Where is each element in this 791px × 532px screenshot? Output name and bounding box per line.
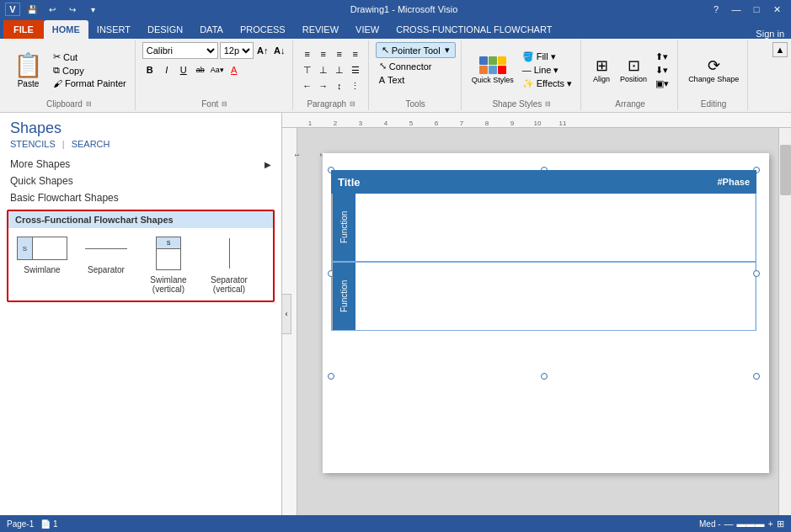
align-button[interactable]: ⊞ Align <box>588 42 615 98</box>
font-size-select[interactable]: 12pt <box>220 42 254 59</box>
zoom-increase-btn[interactable]: + <box>768 519 773 529</box>
underline-btn[interactable]: U <box>176 62 191 77</box>
collapse-ribbon-btn[interactable]: ▲ <box>772 40 788 110</box>
handle-bottom-right[interactable] <box>753 373 760 380</box>
clipboard-label: Clipboard ⊟ <box>8 98 130 109</box>
ribbon-group-arrange: ⊞ Align ⊡ Position ⬆▾ ⬇▾ ▣▾ Arrange <box>583 40 678 110</box>
strikethrough-btn[interactable]: ab <box>193 62 208 77</box>
quick-styles-button[interactable]: Quick Styles <box>468 42 517 98</box>
tab-insert[interactable]: INSERT <box>88 20 139 39</box>
font-color-btn[interactable]: A <box>227 62 242 77</box>
undo-quick-btn[interactable]: ↩ <box>44 2 61 17</box>
row-content-1[interactable] <box>355 194 756 261</box>
main-area: Shapes STENCILS | SEARCH More Shapes ▶ Q… <box>0 113 791 515</box>
tab-view[interactable]: VIEW <box>347 20 387 39</box>
tab-cross-functional[interactable]: CROSS-FUNCTIONAL FLOWCHART <box>387 20 560 39</box>
save-quick-btn[interactable]: 💾 <box>24 2 40 17</box>
handle-bottom-left[interactable] <box>328 373 334 380</box>
tab-file[interactable]: FILE <box>3 20 44 39</box>
pointer-tool-button[interactable]: ↖ Pointer Tool ▾ <box>376 42 456 58</box>
group-btn[interactable]: ▣▾ <box>652 77 672 90</box>
align-bottom-btn[interactable]: ⊥ <box>332 62 347 77</box>
bold-btn[interactable]: B <box>142 62 158 77</box>
customize-quick-btn[interactable]: ▾ <box>84 2 101 17</box>
tab-home[interactable]: HOME <box>44 20 88 39</box>
arrange-col: ⬆▾ ⬇▾ ▣▾ <box>652 51 672 90</box>
swimlane-shape[interactable]: S Swimlane <box>15 235 69 294</box>
pointer-dropdown-icon[interactable]: ▾ <box>445 45 450 56</box>
text-button[interactable]: A Text <box>376 74 409 86</box>
align-center-btn[interactable]: ≡ <box>316 46 331 61</box>
collapse-panel-btn[interactable]: ‹ <box>281 294 291 334</box>
separator-vertical-shape[interactable]: Separator(vertical) <box>204 235 254 294</box>
basic-flowchart-item[interactable]: Basic Flowchart Shapes <box>10 189 271 206</box>
help-btn[interactable]: ? <box>707 2 725 17</box>
tab-review[interactable]: REVIEW <box>294 20 347 39</box>
separator-label: Separator <box>88 265 125 274</box>
stencils-link[interactable]: STENCILS <box>10 139 56 149</box>
align-middle-btn[interactable]: ⊥ <box>316 62 331 77</box>
align-right-btn[interactable]: ≡ <box>332 46 347 61</box>
connector-button[interactable]: ⤡ Connector <box>376 60 436 72</box>
decrease-font-btn[interactable]: A↓ <box>272 43 287 58</box>
handle-mid-right[interactable] <box>753 270 760 277</box>
row-content-2[interactable] <box>355 263 756 330</box>
indent-inc-btn[interactable]: → <box>316 78 331 93</box>
swimlane-vertical-shape[interactable]: S Swimlane(vertical) <box>143 235 194 294</box>
send-backward-btn[interactable]: ⬇▾ <box>652 64 672 77</box>
paragraph-label: Paragraph ⊟ <box>300 98 363 109</box>
maximize-btn[interactable]: □ <box>747 2 766 17</box>
shapes-category: Cross-Functional Flowchart Shapes S Swim… <box>7 210 275 302</box>
increase-font-btn[interactable]: A↑ <box>255 43 270 58</box>
sign-in-link[interactable]: Sign in <box>756 29 784 39</box>
sep-vert-icon-wrapper <box>215 235 243 272</box>
columns-btn[interactable]: ⋮ <box>348 78 363 93</box>
font-row-1: Calibri 12pt A↑ A↓ <box>142 42 287 59</box>
vertical-scrollbar[interactable] <box>778 128 791 515</box>
tab-data[interactable]: DATA <box>191 20 232 39</box>
quick-shapes-item[interactable]: Quick Shapes <box>10 173 271 189</box>
change-case-btn[interactable]: Aa▾ <box>210 62 225 77</box>
close-btn[interactable]: ✕ <box>767 2 786 17</box>
spacing-btn[interactable]: ↕ <box>332 78 347 93</box>
minimize-btn[interactable]: — <box>727 2 746 17</box>
shape-styles-expand-icon[interactable]: ⊟ <box>545 100 551 108</box>
bring-forward-btn[interactable]: ⬆▾ <box>652 51 672 63</box>
align-left-btn[interactable]: ≡ <box>300 46 315 61</box>
copy-button[interactable]: ⧉ Copy <box>50 64 130 77</box>
zoom-slider[interactable]: ▬▬▬ <box>737 519 765 529</box>
separator-shape[interactable]: Separator <box>79 235 133 294</box>
italic-btn[interactable]: I <box>159 62 174 77</box>
handle-bottom-center[interactable] <box>541 373 548 380</box>
scrollbar-thumb[interactable] <box>780 145 791 195</box>
align-top-btn[interactable]: ⊤ <box>300 62 315 77</box>
pointer-icon: ↖ <box>382 45 389 56</box>
cut-button[interactable]: ✂ Cut <box>50 51 130 63</box>
clipboard-expand-icon[interactable]: ⊟ <box>86 100 92 108</box>
bullets-btn[interactable]: ☰ <box>348 62 363 77</box>
zoom-decrease-btn[interactable]: — <box>724 519 734 529</box>
fit-page-btn[interactable]: ⊞ <box>777 519 784 529</box>
tab-design[interactable]: DESIGN <box>139 20 191 39</box>
font-family-select[interactable]: Calibri <box>142 42 218 59</box>
justify-btn[interactable]: ≡ <box>348 46 363 61</box>
ruler-tick-3: 3 <box>348 120 373 127</box>
flowchart-container[interactable]: Title #Phase Function Function <box>331 170 756 376</box>
page-canvas[interactable]: Title #Phase Function Function <box>323 153 769 473</box>
ribbon-group-tools: ↖ Pointer Tool ▾ ⤡ Connector A Text Tool… <box>371 40 462 110</box>
line-button[interactable]: — Line▾ <box>519 64 575 77</box>
paragraph-expand-icon[interactable]: ⊟ <box>350 100 355 108</box>
change-shape-button[interactable]: ⟳ Change Shape <box>685 42 742 98</box>
font-expand-icon[interactable]: ⊟ <box>222 100 227 108</box>
more-shapes-item[interactable]: More Shapes ▶ <box>10 156 271 173</box>
effects-button[interactable]: ✨ Effects▾ <box>519 77 575 90</box>
row-label-1: Function <box>332 194 355 261</box>
tab-process[interactable]: PROCESS <box>232 20 294 39</box>
position-button[interactable]: ⊡ Position <box>617 42 650 98</box>
paste-button[interactable]: 📋 Paste <box>8 50 48 90</box>
redo-quick-btn[interactable]: ↪ <box>64 2 81 17</box>
search-link[interactable]: SEARCH <box>72 139 110 149</box>
fill-button[interactable]: 🪣 Fill▾ <box>519 51 575 63</box>
format-painter-button[interactable]: 🖌 Format Painter <box>50 77 130 89</box>
indent-dec-btn[interactable]: ← <box>300 78 315 93</box>
